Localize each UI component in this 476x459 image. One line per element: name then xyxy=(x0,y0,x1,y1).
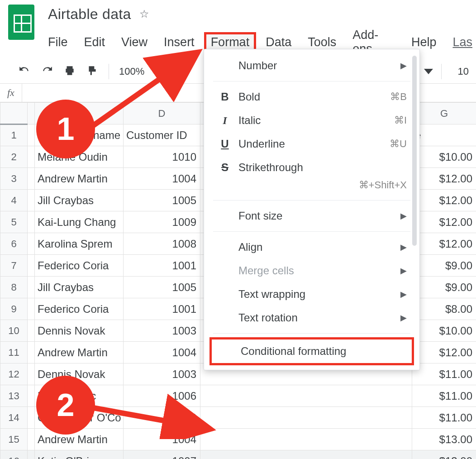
menu-item-conditional-formatting[interactable]: Conditional formatting xyxy=(212,339,412,363)
redo-icon[interactable] xyxy=(41,65,53,78)
menu-item-align[interactable]: Align ▶ xyxy=(204,235,419,259)
cell-id[interactable]: 1009 xyxy=(124,211,200,233)
strikethrough-icon: S xyxy=(216,161,234,174)
svg-line-0 xyxy=(85,52,198,131)
cell[interactable] xyxy=(200,385,412,407)
row-header[interactable]: 6 xyxy=(0,233,28,255)
row-header[interactable]: 14 xyxy=(0,407,28,429)
cell-name[interactable]: Andrew Martin xyxy=(35,342,124,363)
cell-amount[interactable]: $9.00 xyxy=(412,255,476,277)
cell-amount[interactable]: $12.00 xyxy=(412,168,476,190)
document-title[interactable]: Airtable data xyxy=(48,6,131,23)
cell-id[interactable]: 1001 xyxy=(124,255,200,277)
star-icon[interactable]: ☆ xyxy=(139,8,149,20)
cell-amount[interactable]: $13.00 xyxy=(412,450,476,459)
menu-item-number[interactable]: Number ▶ xyxy=(204,54,419,77)
cell-gutter xyxy=(28,385,35,407)
menu-item-text-rotation[interactable]: Text rotation ▶ xyxy=(204,306,419,330)
cell-gutter xyxy=(28,407,35,429)
cell-id[interactable]: 1005 xyxy=(124,277,200,298)
menu-separator xyxy=(213,81,410,81)
header-cell-g[interactable]: e xyxy=(412,124,476,146)
cell-amount[interactable]: $11.00 xyxy=(412,385,476,407)
cell-name[interactable]: Katie O'Brien xyxy=(35,450,124,459)
row-header[interactable]: 9 xyxy=(0,298,28,320)
menu-file[interactable]: File xyxy=(48,35,68,49)
row-header[interactable]: 2 xyxy=(0,146,28,168)
cell-id[interactable]: 1005 xyxy=(124,190,200,211)
menu-item-text-wrapping[interactable]: Text wrapping ▶ xyxy=(204,282,419,306)
row-header[interactable]: 7 xyxy=(0,255,28,277)
cell[interactable] xyxy=(200,407,412,429)
sheets-logo-icon[interactable] xyxy=(8,5,34,40)
cell-amount[interactable]: $12.00 xyxy=(412,211,476,233)
menu-item-underline[interactable]: U Underline ⌘U xyxy=(204,132,419,156)
cell-id[interactable]: 1007 xyxy=(124,450,200,459)
corner-cell[interactable] xyxy=(0,103,28,124)
menu-separator xyxy=(213,200,410,201)
cell-id[interactable]: 1003 xyxy=(124,363,200,385)
cell-name[interactable]: Kai-Lung Chang xyxy=(35,211,124,233)
menu-item-font-size[interactable]: Font size ▶ xyxy=(204,204,419,228)
callout-badge-2: 2 xyxy=(36,376,95,435)
cell-amount[interactable]: $12.00 xyxy=(412,190,476,211)
cell[interactable] xyxy=(200,429,412,450)
row-header[interactable]: 16 xyxy=(0,450,28,459)
cell-name[interactable]: Jill Craybas xyxy=(35,190,124,211)
cell-name[interactable]: Jill Craybas xyxy=(35,277,124,298)
cell-amount[interactable]: $8.00 xyxy=(412,298,476,320)
cell-amount[interactable]: $11.00 xyxy=(412,407,476,429)
cell-amount[interactable]: $9.00 xyxy=(412,277,476,298)
menu-label: Underline xyxy=(238,138,390,150)
row-header[interactable]: 4 xyxy=(0,190,28,211)
cell-amount[interactable]: $11.00 xyxy=(412,363,476,385)
menu-item-strikethrough[interactable]: S Strikethrough xyxy=(204,156,419,179)
col-header-g[interactable]: G xyxy=(412,103,476,124)
menu-data[interactable]: Data xyxy=(266,35,291,49)
cell-name[interactable]: Dennis Novak xyxy=(35,320,124,342)
print-icon[interactable] xyxy=(63,65,76,78)
cell-amount[interactable]: $10.00 xyxy=(412,146,476,168)
menu-item-bold[interactable]: B Bold ⌘B xyxy=(204,85,419,109)
row-header[interactable]: 3 xyxy=(0,168,28,190)
callout-badge-1: 1 xyxy=(36,100,95,158)
cell-id[interactable]: 1004 xyxy=(124,342,200,363)
menu-label: Conditional formatting xyxy=(241,345,399,358)
cell-amount[interactable]: $12.00 xyxy=(412,342,476,363)
cell-name[interactable]: Federico Coria xyxy=(35,298,124,320)
row-header[interactable]: 1 xyxy=(0,124,28,146)
cell-id[interactable]: 1008 xyxy=(124,233,200,255)
menu-item-italic[interactable]: I Italic ⌘I xyxy=(204,109,419,132)
cell-amount[interactable]: $12.00 xyxy=(412,233,476,255)
fx-icon[interactable]: fx xyxy=(0,87,22,99)
row-header[interactable]: 13 xyxy=(0,385,28,407)
cell-id[interactable]: 1010 xyxy=(124,146,200,168)
cell-name[interactable]: Federico Coria xyxy=(35,255,124,277)
cell-amount[interactable]: $10.00 xyxy=(412,320,476,342)
cell-gutter xyxy=(28,255,35,277)
menu-help[interactable]: Help xyxy=(411,35,437,49)
font-size-value[interactable]: 10 xyxy=(458,66,469,77)
titlebar: Airtable data ☆ File Edit View Insert Fo… xyxy=(0,0,476,56)
cell-gutter xyxy=(28,298,35,320)
cell[interactable] xyxy=(200,450,412,459)
menu-last-edit[interactable]: Las xyxy=(452,35,472,49)
dropdown-triangle-icon[interactable] xyxy=(424,69,433,74)
menu-label: Font size xyxy=(238,210,400,222)
cell-name[interactable]: Karolina Sprem xyxy=(35,233,124,255)
undo-icon[interactable] xyxy=(18,65,31,78)
cell-gutter xyxy=(28,342,35,363)
row-header[interactable]: 15 xyxy=(0,429,28,450)
cell-id[interactable]: 1001 xyxy=(124,298,200,320)
row-header[interactable]: 10 xyxy=(0,320,28,342)
row-header[interactable]: 5 xyxy=(0,211,28,233)
cell-name[interactable]: Andrew Martin xyxy=(35,168,124,190)
row-header[interactable]: 11 xyxy=(0,342,28,363)
row-header[interactable]: 8 xyxy=(0,277,28,298)
cell-id[interactable]: 1003 xyxy=(124,320,200,342)
cell-id[interactable]: 1004 xyxy=(124,168,200,190)
menu-tools[interactable]: Tools xyxy=(308,35,336,49)
row-header[interactable]: 12 xyxy=(0,363,28,385)
cell-gutter xyxy=(28,450,35,459)
cell-amount[interactable]: $13.00 xyxy=(412,429,476,450)
